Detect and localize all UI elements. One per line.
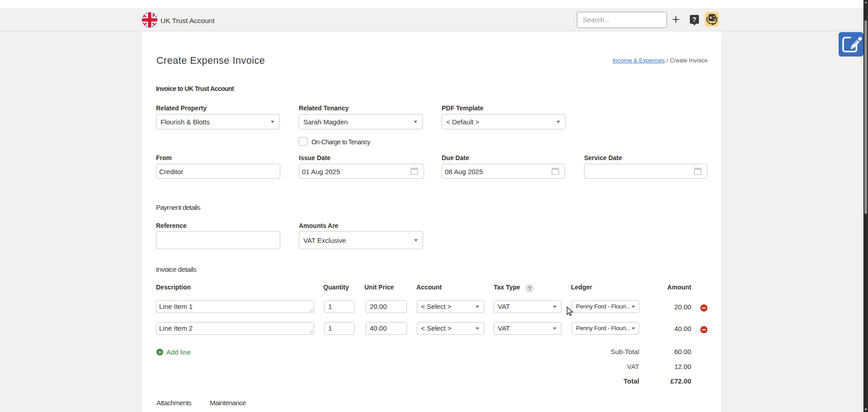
svg-text:?: ? [693, 16, 697, 23]
